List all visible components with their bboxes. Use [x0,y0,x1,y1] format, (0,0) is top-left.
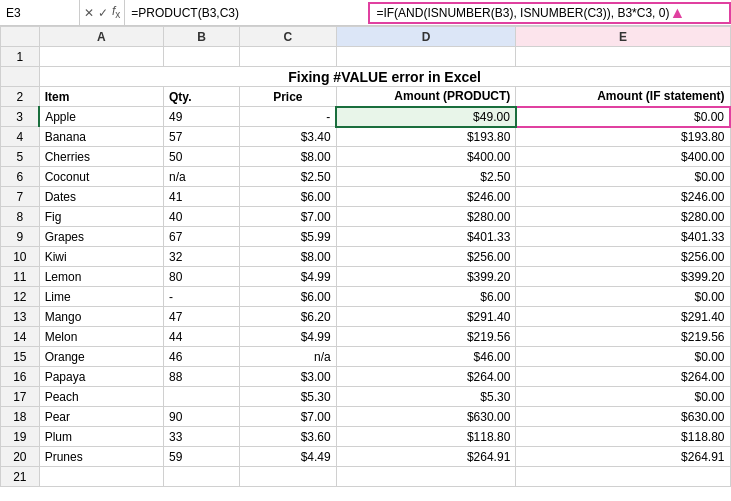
cell-price[interactable]: $3.60 [240,427,337,447]
cell-item[interactable]: Dates [39,187,163,207]
cell-qty[interactable]: 41 [164,187,240,207]
cell-qty[interactable]: - [164,287,240,307]
cell-amount-product[interactable]: $49.00 [336,107,516,127]
insert-function-icon[interactable]: fx [112,4,120,20]
cell-price[interactable]: n/a [240,347,337,367]
cell-price[interactable]: $6.00 [240,187,337,207]
cell-item[interactable]: Grapes [39,227,163,247]
cell-price[interactable]: $5.99 [240,227,337,247]
cell-amount-product[interactable]: $280.00 [336,207,516,227]
cell-qty[interactable]: 50 [164,147,240,167]
cell-amount-if[interactable]: $630.00 [516,407,730,427]
cell-item[interactable]: Kiwi [39,247,163,267]
cell-item[interactable]: Apple [39,107,163,127]
formula-display-2[interactable]: =IF(AND(ISNUMBER(B3), ISNUMBER(C3)), B3*… [368,2,731,24]
cell-amount-product[interactable]: $401.33 [336,227,516,247]
cell-amount-product[interactable]: $193.80 [336,127,516,147]
cell-item[interactable]: Pear [39,407,163,427]
cell-price[interactable]: $3.40 [240,127,337,147]
cell-item[interactable]: Lemon [39,267,163,287]
cell-qty[interactable]: 33 [164,427,240,447]
cell-amount-if[interactable]: $400.00 [516,147,730,167]
cell-reference-box[interactable]: E3 [0,0,80,25]
cell-empty[interactable] [336,47,516,67]
cell-item[interactable]: Lime [39,287,163,307]
cell-amount-product[interactable]: $256.00 [336,247,516,267]
cell-amount-if[interactable]: $219.56 [516,327,730,347]
cell-amount-if[interactable]: $264.00 [516,367,730,387]
cancel-icon[interactable]: ✕ [84,6,94,20]
cell-amount-product[interactable]: $630.00 [336,407,516,427]
cell-qty[interactable] [164,387,240,407]
cell-qty[interactable]: 59 [164,447,240,467]
cell-empty[interactable] [240,467,337,487]
cell-item[interactable]: Papaya [39,367,163,387]
cell-qty[interactable]: 40 [164,207,240,227]
col-header-C[interactable]: C [240,27,337,47]
cell-qty[interactable]: 49 [164,107,240,127]
cell-amount-if[interactable]: $0.00 [516,347,730,367]
cell-price[interactable]: - [240,107,337,127]
cell-qty[interactable]: 67 [164,227,240,247]
cell-amount-if[interactable]: $193.80 [516,127,730,147]
cell-amount-product[interactable]: $46.00 [336,347,516,367]
cell-amount-product[interactable]: $264.91 [336,447,516,467]
cell-amount-if[interactable]: $0.00 [516,387,730,407]
cell-amount-product[interactable]: $264.00 [336,367,516,387]
formula-display-1[interactable]: =PRODUCT(B3,C3) [125,6,368,20]
cell-amount-product[interactable]: $219.56 [336,327,516,347]
cell-amount-if[interactable]: $246.00 [516,187,730,207]
col-header-D[interactable]: D [336,27,516,47]
cell-amount-if[interactable]: $401.33 [516,227,730,247]
cell-price[interactable]: $2.50 [240,167,337,187]
cell-empty[interactable] [39,47,163,67]
cell-price[interactable]: $7.00 [240,207,337,227]
cell-item[interactable]: Fig [39,207,163,227]
confirm-icon[interactable]: ✓ [98,6,108,20]
cell-qty[interactable]: 46 [164,347,240,367]
cell-item[interactable]: Prunes [39,447,163,467]
cell-qty[interactable]: 44 [164,327,240,347]
cell-item[interactable]: Coconut [39,167,163,187]
cell-amount-product[interactable]: $246.00 [336,187,516,207]
cell-qty[interactable]: 88 [164,367,240,387]
cell-price[interactable]: $4.99 [240,327,337,347]
cell-item[interactable]: Peach [39,387,163,407]
cell-amount-if[interactable]: $264.91 [516,447,730,467]
cell-amount-product[interactable]: $2.50 [336,167,516,187]
cell-amount-if[interactable]: $0.00 [516,167,730,187]
cell-amount-if[interactable]: $118.80 [516,427,730,447]
cell-empty[interactable] [516,47,730,67]
cell-empty[interactable] [164,47,240,67]
cell-amount-product[interactable]: $400.00 [336,147,516,167]
cell-amount-if[interactable]: $399.20 [516,267,730,287]
cell-price[interactable]: $5.30 [240,387,337,407]
cell-empty[interactable] [516,467,730,487]
cell-amount-if[interactable]: $291.40 [516,307,730,327]
cell-price[interactable]: $4.99 [240,267,337,287]
cell-qty[interactable]: 47 [164,307,240,327]
cell-amount-if[interactable]: $0.00 [516,287,730,307]
cell-item[interactable]: Mango [39,307,163,327]
cell-empty[interactable] [240,47,337,67]
col-header-A[interactable]: A [39,27,163,47]
cell-empty[interactable] [336,467,516,487]
cell-amount-product[interactable]: $399.20 [336,267,516,287]
cell-item[interactable]: Cherries [39,147,163,167]
cell-qty[interactable]: 80 [164,267,240,287]
cell-price[interactable]: $6.00 [240,287,337,307]
cell-amount-if[interactable]: $256.00 [516,247,730,267]
cell-amount-if[interactable]: $0.00 [516,107,730,127]
cell-item[interactable]: Melon [39,327,163,347]
cell-price[interactable]: $8.00 [240,147,337,167]
cell-price[interactable]: $6.20 [240,307,337,327]
cell-item[interactable]: Plum [39,427,163,447]
cell-amount-product[interactable]: $5.30 [336,387,516,407]
cell-qty[interactable]: 32 [164,247,240,267]
cell-price[interactable]: $4.49 [240,447,337,467]
cell-amount-product[interactable]: $118.80 [336,427,516,447]
cell-qty[interactable]: n/a [164,167,240,187]
col-header-E[interactable]: E [516,27,730,47]
cell-price[interactable]: $3.00 [240,367,337,387]
cell-empty[interactable] [39,467,163,487]
